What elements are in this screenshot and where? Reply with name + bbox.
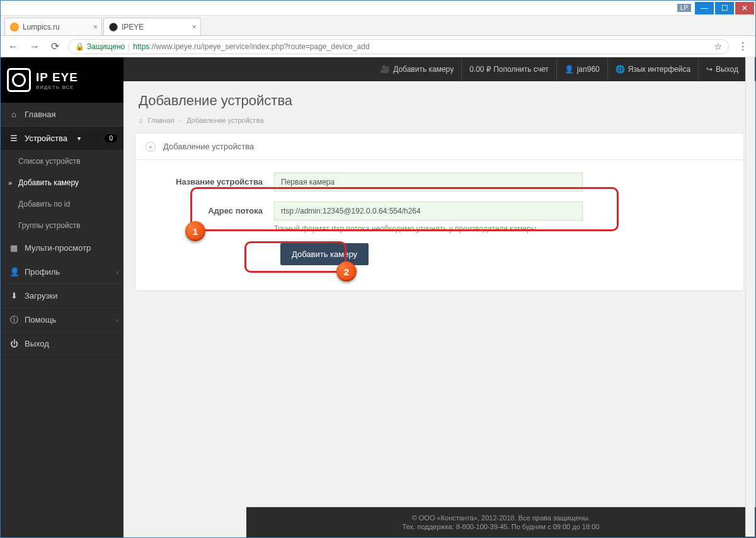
footer-copyright: © ООО «Константа», 2012-2018. Все права … (412, 514, 590, 522)
lock-icon: 🔒 (75, 42, 84, 51)
browser-tab-ipeye[interactable]: IPEYE × (103, 18, 201, 35)
sidebar-item-device-groups[interactable]: Группы устройств (1, 215, 123, 236)
form-panel: + Добавление устройства Название устройс… (135, 133, 744, 291)
footer-support: Тех. поддержка: 8-800-100-39-45. По будн… (403, 523, 600, 530)
download-icon: ⬇ (9, 291, 18, 300)
sidebar-item-logout[interactable]: ⏻Выход (1, 332, 123, 356)
grid-icon: ▦ (9, 243, 18, 253)
secure-badge: 🔒 Защищено | (75, 42, 129, 51)
devices-count-badge: 0 (105, 134, 117, 142)
chevron-right-icon: › (116, 268, 118, 276)
list-icon: ☰ (9, 134, 18, 143)
page-title: Добавление устройства (139, 93, 740, 109)
device-name-input[interactable] (274, 173, 583, 192)
app-root: IP EYE ВИДЕТЬ ВСЕ 🎥Добавить камеру 0.00 … (1, 57, 755, 537)
url-box[interactable]: 🔒 Защищено | https://www.ipeye.ru/ipeye_… (68, 39, 729, 54)
logout-icon: ↪ (706, 65, 713, 74)
favicon-icon (109, 23, 118, 31)
sidebar-item-help[interactable]: ⓘПомощь› (1, 308, 123, 332)
top-nav: 🎥Добавить камеру 0.00 ₽ Пополнить счет 👤… (373, 57, 755, 81)
stream-hint: Точный формат rtsp потока необходимо уто… (274, 224, 583, 233)
tab-close-icon[interactable]: × (93, 22, 98, 31)
info-icon: ⓘ (9, 314, 18, 326)
crumb-current: Добавление устройства (186, 117, 263, 124)
sidebar-item-multiview[interactable]: ▦Мульти-просмотр (1, 236, 123, 260)
chevron-right-icon: › (116, 316, 118, 324)
add-camera-button[interactable]: Добавить камеру (280, 243, 369, 265)
browser-window: LP — ☐ ✕ Lumpics.ru × IPEYE × ← → ⟳ 🔒 За… (0, 0, 756, 538)
sidebar-item-add-camera[interactable]: Добавить камеру (1, 172, 123, 193)
breadcrumb: ⌂ Главная › Добавление устройства (123, 114, 755, 133)
plus-icon: + (146, 142, 156, 152)
favicon-icon (10, 23, 19, 31)
sidebar-item-add-by-id[interactable]: Добавить по id (1, 193, 123, 215)
panel-header: + Добавление устройства (135, 134, 743, 160)
sidebar-item-device-list[interactable]: Список устройств (1, 151, 123, 172)
topnav-add-camera[interactable]: 🎥Добавить камеру (373, 57, 461, 81)
tab-title: IPEYE (122, 23, 144, 31)
topnav-user[interactable]: 👤jan960 (556, 57, 607, 81)
page-header: Добавление устройства (123, 81, 755, 114)
stream-address-input[interactable] (274, 202, 583, 220)
camera-icon: 🎥 (381, 65, 390, 74)
chevron-down-icon: ▾ (77, 135, 81, 142)
url-text: https://www.ipeye.ru/ipeye_service/index… (133, 42, 369, 51)
main-content: Добавление устройства ⌂ Главная › Добавл… (123, 81, 755, 537)
row-stream-address: Адрес потока Точный формат rtsp потока н… (154, 202, 724, 233)
nav-back-icon[interactable]: ← (6, 41, 21, 52)
footer: © ООО «Константа», 2012-2018. Все права … (246, 507, 755, 537)
window-minimize-button[interactable]: — (695, 2, 714, 14)
stream-address-label: Адрес потока (154, 202, 274, 215)
globe-icon: 🌐 (616, 65, 625, 74)
tab-title: Lumpics.ru (23, 23, 60, 31)
home-icon: ⌂ (139, 117, 143, 124)
topnav-logout[interactable]: ↪Выход (698, 57, 746, 81)
panel-body: Название устройства Адрес потока Точный … (135, 160, 743, 290)
browser-menu-icon[interactable]: ⋮ (735, 40, 750, 52)
sidebar-item-profile[interactable]: 👤Профиль› (1, 260, 123, 284)
panel-title: Добавление устройства (163, 142, 254, 151)
sidebar-item-devices[interactable]: ☰ Устройства ▾ 0 (1, 127, 123, 151)
nav-reload-icon[interactable]: ⟳ (49, 40, 62, 52)
crumb-home[interactable]: Главная (148, 117, 175, 124)
tab-close-icon[interactable]: × (192, 22, 197, 31)
window-titlebar: LP — ☐ ✕ (1, 1, 755, 16)
device-name-label: Название устройства (154, 173, 274, 186)
power-icon: ⏻ (9, 339, 18, 348)
browser-tab-lumpics[interactable]: Lumpics.ru × (4, 18, 102, 35)
topnav-language[interactable]: 🌐Язык интерфейса (607, 57, 698, 81)
sidebar: ⌂Главная ☰ Устройства ▾ 0 Список устройс… (1, 103, 123, 537)
window-tag: LP (677, 4, 691, 12)
vertical-scrollbar[interactable] (745, 57, 755, 537)
secure-label: Защищено (87, 42, 125, 51)
logo-text: IP EYE ВИДЕТЬ ВСЕ (36, 71, 78, 90)
bookmark-star-icon[interactable]: ☆ (714, 41, 722, 52)
tab-strip: Lumpics.ru × IPEYE × (1, 16, 755, 36)
logo-eye-icon (7, 68, 31, 92)
window-maximize-button[interactable]: ☐ (715, 2, 734, 14)
row-device-name: Название устройства (154, 173, 724, 192)
separator: | (127, 42, 129, 51)
chevron-right-icon: › (180, 117, 182, 124)
window-close-button[interactable]: ✕ (735, 2, 754, 14)
user-icon: 👤 (564, 65, 574, 74)
home-icon: ⌂ (9, 110, 18, 119)
nav-forward-icon[interactable]: → (27, 41, 42, 52)
sidebar-item-home[interactable]: ⌂Главная (1, 103, 123, 127)
submit-row: Добавить камеру (154, 243, 724, 265)
sidebar-item-downloads[interactable]: ⬇Загрузки (1, 284, 123, 308)
address-bar: ← → ⟳ 🔒 Защищено | https://www.ipeye.ru/… (1, 36, 755, 57)
user-icon: 👤 (9, 267, 18, 277)
logo[interactable]: IP EYE ВИДЕТЬ ВСЕ (1, 57, 123, 103)
topnav-balance[interactable]: 0.00 ₽ Пополнить счет (461, 57, 556, 81)
